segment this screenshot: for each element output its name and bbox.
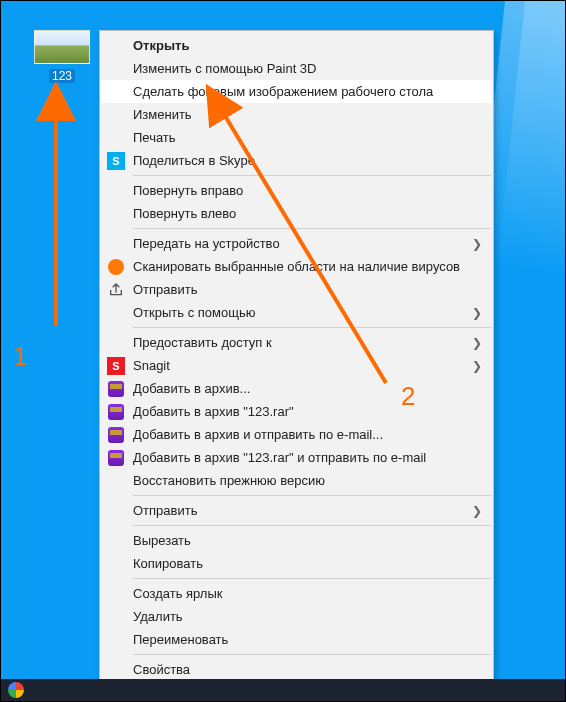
menu-edit[interactable]: Изменить — [101, 103, 492, 126]
separator — [133, 578, 491, 579]
menu-cut[interactable]: Вырезать — [101, 529, 492, 552]
file-name: 123 — [49, 69, 75, 83]
separator — [133, 228, 491, 229]
separator — [133, 175, 491, 176]
menu-archive-named-email[interactable]: Добавить в архив "123.rar" и отправить п… — [101, 446, 492, 469]
winrar-icon — [107, 403, 125, 421]
separator — [133, 525, 491, 526]
context-menu: Открыть Изменить с помощью Paint 3D Сдел… — [99, 30, 494, 685]
menu-copy[interactable]: Копировать — [101, 552, 492, 575]
menu-scan-virus[interactable]: Сканировать выбранные области на наличие… — [101, 255, 492, 278]
menu-open-with[interactable]: Открыть с помощью❯ — [101, 301, 492, 324]
separator — [133, 327, 491, 328]
menu-open[interactable]: Открыть — [101, 34, 492, 57]
annotation-label-1: 1 — [13, 341, 27, 372]
menu-rotate-right[interactable]: Повернуть вправо — [101, 179, 492, 202]
chevron-right-icon: ❯ — [472, 504, 482, 518]
menu-rename[interactable]: Переименовать — [101, 628, 492, 651]
share-icon — [107, 281, 125, 299]
menu-snagit[interactable]: S Snagit❯ — [101, 354, 492, 377]
winrar-icon — [107, 426, 125, 444]
menu-archive-email[interactable]: Добавить в архив и отправить по e-mail..… — [101, 423, 492, 446]
chevron-right-icon: ❯ — [472, 359, 482, 373]
menu-share[interactable]: Отправить — [101, 278, 492, 301]
skype-icon: S — [107, 152, 125, 170]
menu-delete[interactable]: Удалить — [101, 605, 492, 628]
file-thumbnail — [34, 30, 90, 64]
chevron-right-icon: ❯ — [472, 306, 482, 320]
menu-set-desktop-background[interactable]: Сделать фоновым изображением рабочего ст… — [101, 80, 492, 103]
menu-give-access[interactable]: Предоставить доступ к❯ — [101, 331, 492, 354]
separator — [133, 654, 491, 655]
separator — [133, 495, 491, 496]
winrar-icon — [107, 380, 125, 398]
winrar-icon — [107, 449, 125, 467]
menu-send-to[interactable]: Отправить❯ — [101, 499, 492, 522]
menu-properties[interactable]: Свойства — [101, 658, 492, 681]
avast-icon — [107, 258, 125, 276]
menu-restore-previous[interactable]: Восстановить прежнюю версию — [101, 469, 492, 492]
menu-print[interactable]: Печать — [101, 126, 492, 149]
chevron-right-icon: ❯ — [472, 237, 482, 251]
menu-add-archive-named[interactable]: Добавить в архив "123.rar" — [101, 400, 492, 423]
menu-create-shortcut[interactable]: Создать ярлык — [101, 582, 492, 605]
desktop-file[interactable]: 123 — [31, 30, 93, 83]
taskbar-chrome-icon[interactable] — [1, 679, 31, 701]
menu-edit-paint3d[interactable]: Изменить с помощью Paint 3D — [101, 57, 492, 80]
menu-cast-device[interactable]: Передать на устройство❯ — [101, 232, 492, 255]
taskbar[interactable] — [1, 679, 565, 701]
menu-add-archive[interactable]: Добавить в архив... — [101, 377, 492, 400]
snagit-icon: S — [107, 357, 125, 375]
menu-rotate-left[interactable]: Повернуть влево — [101, 202, 492, 225]
chevron-right-icon: ❯ — [472, 336, 482, 350]
menu-share-skype[interactable]: S Поделиться в Skype — [101, 149, 492, 172]
